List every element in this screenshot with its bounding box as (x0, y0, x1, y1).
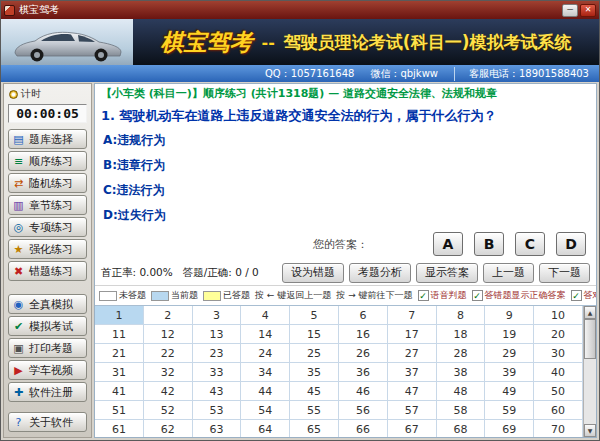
question-number-cell[interactable]: 43 (193, 382, 242, 401)
question-number-cell[interactable]: 3 (193, 306, 242, 325)
question-number-cell[interactable]: 33 (193, 363, 242, 382)
checkbox-icon[interactable]: ✓ (571, 290, 582, 301)
question-number-cell[interactable]: 14 (241, 325, 290, 344)
titlebar[interactable]: 棋宝驾考 ─ ✕ (1, 1, 599, 19)
answer-button-a[interactable]: A (433, 232, 463, 256)
bank-select-button[interactable]: ▤题库选择 (8, 129, 87, 149)
question-number-cell[interactable]: 60 (534, 401, 583, 420)
show-answer-button[interactable]: 显示答案 (416, 263, 478, 283)
answer-button-c[interactable]: C (515, 232, 545, 256)
question-number-cell[interactable]: 50 (534, 382, 583, 401)
question-number-cell[interactable]: 6 (339, 306, 388, 325)
question-number-cell[interactable]: 57 (388, 401, 437, 420)
option-c[interactable]: C:违法行为 (95, 178, 596, 203)
question-number-cell[interactable]: 13 (193, 325, 242, 344)
question-number-cell[interactable]: 28 (437, 344, 486, 363)
scroll-up-icon[interactable]: ▲ (584, 306, 596, 319)
question-number-cell[interactable]: 27 (388, 344, 437, 363)
show-correct-on-wrong-checkbox[interactable]: ✓答错题显示正确答案 (472, 289, 566, 302)
question-number-cell[interactable]: 53 (193, 401, 242, 420)
question-number-cell[interactable]: 44 (241, 382, 290, 401)
question-number-cell[interactable]: 52 (144, 401, 193, 420)
question-number-cell[interactable]: 12 (144, 325, 193, 344)
wrong-question-practice-button[interactable]: ✖错题练习 (8, 261, 87, 281)
question-number-cell[interactable]: 4 (241, 306, 290, 325)
question-number-cell[interactable]: 34 (241, 363, 290, 382)
question-number-cell[interactable]: 47 (388, 382, 437, 401)
question-number-cell[interactable]: 19 (485, 325, 534, 344)
software-register-button[interactable]: ✚软件注册 (8, 382, 87, 402)
question-number-cell[interactable]: 10 (534, 306, 583, 325)
question-number-cell[interactable]: 16 (339, 325, 388, 344)
question-number-cell[interactable]: 68 (437, 420, 486, 438)
question-number-cell[interactable]: 46 (339, 382, 388, 401)
option-a[interactable]: A:违规行为 (95, 128, 596, 153)
question-number-cell[interactable]: 49 (485, 382, 534, 401)
question-number-cell[interactable]: 2 (144, 306, 193, 325)
answer-button-b[interactable]: B (474, 232, 504, 256)
question-number-cell[interactable]: 51 (95, 401, 144, 420)
question-number-cell[interactable]: 54 (241, 401, 290, 420)
question-number-cell[interactable]: 25 (290, 344, 339, 363)
random-practice-button[interactable]: ⇄随机练习 (8, 173, 87, 193)
question-number-cell[interactable]: 66 (339, 420, 388, 438)
print-questions-button[interactable]: ▣打印考题 (8, 338, 87, 358)
question-number-cell[interactable]: 24 (241, 344, 290, 363)
option-b[interactable]: B:违章行为 (95, 153, 596, 178)
question-number-cell[interactable]: 31 (95, 363, 144, 382)
option-d[interactable]: D:过失行为 (95, 203, 596, 228)
question-number-cell[interactable]: 45 (290, 382, 339, 401)
question-number-cell[interactable]: 69 (485, 420, 534, 438)
checkbox-icon[interactable]: ✓ (418, 290, 429, 301)
question-number-cell[interactable]: 1 (95, 306, 144, 325)
question-number-cell[interactable]: 35 (290, 363, 339, 382)
special-practice-button[interactable]: ◎专项练习 (8, 217, 87, 237)
question-number-cell[interactable]: 30 (534, 344, 583, 363)
question-number-cell[interactable]: 21 (95, 344, 144, 363)
answer-button-d[interactable]: D (556, 232, 586, 256)
question-number-cell[interactable]: 39 (485, 363, 534, 382)
checkbox-icon[interactable]: ✓ (472, 290, 483, 301)
grid-scrollbar[interactable]: ▲ ▼ (583, 306, 596, 437)
next-question-button[interactable]: 下一题 (539, 263, 590, 283)
question-number-cell[interactable]: 11 (95, 325, 144, 344)
question-number-cell[interactable]: 9 (485, 306, 534, 325)
chapter-practice-button[interactable]: ▥章节练习 (8, 195, 87, 215)
scroll-thumb[interactable] (584, 319, 596, 359)
question-number-cell[interactable]: 48 (437, 382, 486, 401)
about-software-button[interactable]: ?关于软件 (8, 412, 87, 432)
question-number-cell[interactable]: 58 (437, 401, 486, 420)
intensive-practice-button[interactable]: ★强化练习 (8, 239, 87, 259)
auto-next-on-correct-checkbox[interactable]: ✓答对转下一题 (571, 289, 596, 302)
question-number-cell[interactable]: 15 (290, 325, 339, 344)
prev-question-button[interactable]: 上一题 (483, 263, 534, 283)
question-number-cell[interactable]: 42 (144, 382, 193, 401)
voice-judge-checkbox[interactable]: ✓语音判题 (418, 289, 467, 302)
question-number-cell[interactable]: 32 (144, 363, 193, 382)
minimize-button[interactable]: ─ (562, 4, 578, 17)
question-number-cell[interactable]: 20 (534, 325, 583, 344)
question-number-cell[interactable]: 63 (193, 420, 242, 438)
question-number-cell[interactable]: 67 (388, 420, 437, 438)
question-analysis-button[interactable]: 考题分析 (349, 263, 411, 283)
question-number-cell[interactable]: 41 (95, 382, 144, 401)
question-number-cell[interactable]: 70 (534, 420, 583, 438)
question-number-cell[interactable]: 22 (144, 344, 193, 363)
question-number-cell[interactable]: 5 (290, 306, 339, 325)
scroll-down-icon[interactable]: ▼ (584, 424, 596, 437)
mark-wrong-button[interactable]: 设为错题 (282, 263, 344, 283)
question-number-cell[interactable]: 37 (388, 363, 437, 382)
question-number-cell[interactable]: 23 (193, 344, 242, 363)
question-number-cell[interactable]: 55 (290, 401, 339, 420)
question-number-cell[interactable]: 36 (339, 363, 388, 382)
question-number-cell[interactable]: 38 (437, 363, 486, 382)
question-number-cell[interactable]: 59 (485, 401, 534, 420)
question-number-cell[interactable]: 18 (437, 325, 486, 344)
question-number-cell[interactable]: 65 (290, 420, 339, 438)
mock-exam-button[interactable]: ✔模拟考试 (8, 316, 87, 336)
driving-video-button[interactable]: ▶学车视频 (8, 360, 87, 380)
question-number-cell[interactable]: 56 (339, 401, 388, 420)
question-number-cell[interactable]: 26 (339, 344, 388, 363)
question-number-cell[interactable]: 17 (388, 325, 437, 344)
question-number-cell[interactable]: 64 (241, 420, 290, 438)
